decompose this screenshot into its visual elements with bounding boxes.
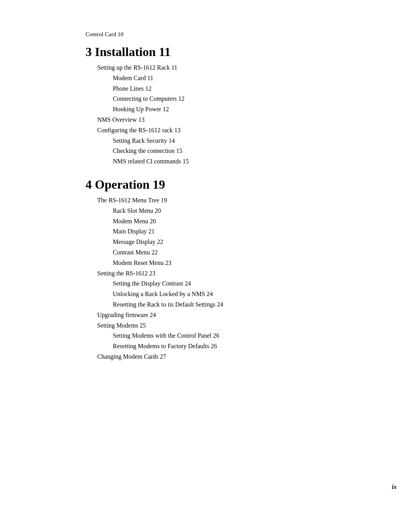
page-container: Control Card 10 3 Installation 11 Settin…	[0, 0, 420, 510]
control-card-entry: Control Card 10	[86, 31, 334, 38]
toc-item: Upgrading firmware 24	[97, 310, 334, 320]
toc-item: Contrast Menu 22	[113, 248, 334, 258]
toc-item: The RS-1612 Menu Tree 19	[97, 196, 334, 205]
chapter4-items: The RS-1612 Menu Tree 19 Rack Slot Menu …	[86, 196, 334, 362]
toc-item: Resetting the Rack to its Default Settin…	[113, 300, 334, 310]
chapter3-heading: 3 Installation 11	[86, 45, 334, 59]
toc-item: Connecting to Computers 12	[113, 94, 334, 104]
toc-item: Message Display 22	[113, 237, 334, 247]
toc-item: Modem Reset Menu 23	[113, 258, 334, 268]
toc-item: Checking the connection 15	[113, 146, 334, 156]
toc-item: Unlocking a Rack Locked by a NMS 24	[113, 289, 334, 299]
chapter4-heading: 4 Operation 19	[86, 177, 334, 192]
toc-item: Modem Card 11	[113, 74, 334, 83]
toc-item: Setting Modems 25	[97, 321, 334, 331]
toc-item: Setting the Display Contrast 24	[113, 279, 334, 289]
toc-item: Main Display 21	[113, 227, 334, 237]
toc-item: Rack Slot Menu 20	[113, 206, 334, 216]
toc-item: Phone Lines 12	[113, 84, 334, 94]
chapter4-heading-text: 4 Operation 19	[86, 177, 165, 191]
toc-item: Modem Menu 20	[113, 217, 334, 226]
toc-item: Resetting Modems to Factory Defaults 26	[113, 342, 334, 351]
toc-item: Configuring the RS-1612 rack 13	[97, 126, 334, 135]
toc-item: NMS related CI commands 15	[113, 157, 334, 166]
toc-item: Setting Rack Security 14	[113, 136, 334, 146]
toc-item: Setting Modems with the Control Panel 26	[113, 331, 334, 341]
toc-item: NMS Overview 13	[97, 115, 334, 125]
page-number: ix	[392, 484, 397, 491]
toc-item: Setting the RS-1612 23	[97, 269, 334, 279]
chapter3-items: Setting up the RS-1612 Rack 11 Modem Car…	[86, 63, 334, 166]
control-card-text: Control Card 10	[86, 31, 124, 37]
chapter3-heading-text: 3 Installation 11	[86, 45, 171, 59]
chapter3-block: 3 Installation 11 Setting up the RS-1612…	[86, 45, 334, 166]
chapter4-block: 4 Operation 19 The RS-1612 Menu Tree 19 …	[86, 177, 334, 362]
toc-item: Hooking Up Power 12	[113, 105, 334, 114]
toc-item: Changing Modem Cards 27	[97, 352, 334, 362]
toc-item: Setting up the RS-1612 Rack 11	[97, 63, 334, 73]
